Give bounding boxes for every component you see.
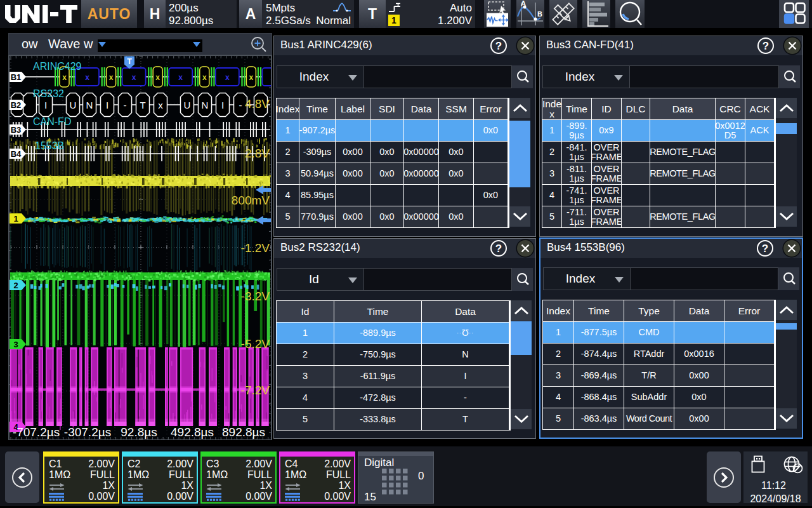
- svg-text:x: x: [132, 73, 136, 82]
- svg-text:-1.2V: -1.2V: [241, 241, 270, 255]
- svg-text:T: T: [140, 100, 145, 110]
- svg-text:I: I: [221, 100, 224, 110]
- svg-text:-707.2µs: -707.2µs: [13, 425, 60, 439]
- svg-text:-: -: [239, 100, 242, 110]
- svg-text:2.8V: 2.8V: [245, 147, 270, 160]
- svg-text:x: x: [202, 73, 207, 82]
- svg-text:492.8µs: 492.8µs: [171, 425, 214, 439]
- svg-text:x: x: [249, 73, 254, 82]
- svg-text:1: 1: [13, 214, 18, 224]
- svg-text:N: N: [86, 100, 93, 110]
- svg-text:B: B: [537, 10, 542, 18]
- svg-text:?: ?: [762, 243, 768, 255]
- svg-text:CAN-FD: CAN-FD: [33, 116, 71, 127]
- svg-text:2: 2: [13, 281, 18, 290]
- svg-text:4.8V: 4.8V: [245, 97, 270, 110]
- svg-text:A: A: [521, 0, 526, 7]
- svg-text:-3.2V: -3.2V: [241, 290, 270, 303]
- svg-text:3: 3: [13, 340, 18, 349]
- svg-text:x: x: [155, 73, 160, 82]
- svg-text:x: x: [62, 73, 67, 82]
- svg-text:x: x: [109, 73, 114, 82]
- svg-text:ARINC429: ARINC429: [33, 61, 82, 72]
- svg-text:1553B: 1553B: [35, 140, 64, 151]
- svg-text:x: x: [225, 73, 230, 82]
- svg-text:x: x: [158, 100, 163, 110]
- svg-text:-5.2V: -5.2V: [241, 337, 270, 351]
- svg-text:?: ?: [495, 243, 502, 255]
- svg-text:U: U: [184, 100, 191, 110]
- svg-text:-: -: [124, 100, 127, 110]
- svg-text:U: U: [70, 100, 77, 110]
- svg-text:RS232: RS232: [33, 88, 64, 99]
- svg-text:800mV: 800mV: [232, 194, 270, 207]
- svg-text:-7.2V: -7.2V: [241, 384, 270, 397]
- svg-text:-307.2µs: -307.2µs: [64, 425, 111, 439]
- svg-text:92.8µs: 92.8µs: [121, 425, 157, 439]
- svg-text:B2: B2: [11, 100, 22, 110]
- svg-text:T: T: [127, 57, 132, 66]
- svg-text:892.8µs: 892.8µs: [222, 425, 265, 439]
- svg-text:B1: B1: [11, 72, 22, 82]
- svg-text:x: x: [178, 73, 183, 82]
- svg-text:N: N: [202, 100, 209, 110]
- svg-text:B4: B4: [11, 149, 22, 159]
- svg-text:B3: B3: [11, 125, 22, 135]
- svg-text:x: x: [85, 73, 89, 82]
- svg-text:I: I: [106, 100, 108, 110]
- svg-text:?: ?: [495, 40, 502, 52]
- svg-text:I: I: [44, 100, 47, 110]
- svg-text:?: ?: [763, 40, 769, 52]
